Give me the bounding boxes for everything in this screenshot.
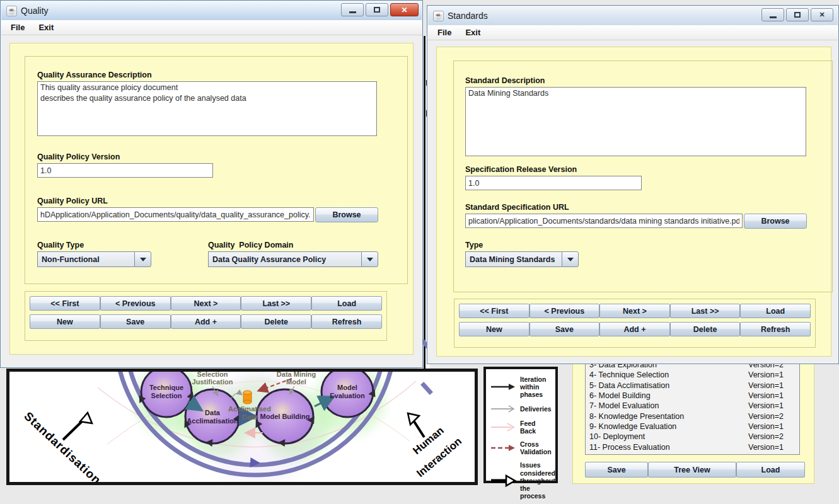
standard-description-field[interactable]: Data Mining Standards [465,87,806,156]
maximize-button[interactable] [366,3,388,16]
delete-button[interactable]: Delete [670,322,741,336]
svg-text:Evaluation: Evaluation [330,392,365,399]
quality-policy-domain-combobox-value: Data Quality Assurance Policy [208,251,361,267]
legend-item-iteration: Iteration within phases [490,375,553,398]
quality-policy-domain-combobox[interactable]: Data Quality Assurance Policy [208,251,378,267]
type-combobox-value: Data Mining Standards [465,251,562,267]
delete-button[interactable]: Delete [241,314,311,329]
spec-url-field[interactable] [465,214,743,228]
list-item[interactable]: 8- Knowledge Presentation Version=2 [586,411,799,421]
maximize-button[interactable] [786,8,809,21]
legend-label: Cross Validation [520,440,553,455]
cross-validation-arrow-icon [490,443,518,453]
svg-text:Selection: Selection [197,372,228,378]
phase-name: 6- Model Building [589,391,651,400]
quality-type-combobox-value: Non-Functional [37,251,134,267]
background-frame-edge [424,36,425,369]
quality-policy-version-label: Quality Policy Version [37,152,120,161]
quality-policy-url-label: Quality Policy URL [37,197,108,205]
type-combobox[interactable]: Data Mining Standards [465,251,579,267]
phase-name: 4- Technique Selection [589,370,669,379]
list-item[interactable]: 4- Technique Selection Version=1 [586,370,799,380]
svg-text:Acclimatised: Acclimatised [228,405,271,413]
menu-file[interactable]: File [432,26,457,38]
svg-text:Technique: Technique [149,384,183,391]
window-title: Standards [448,11,488,21]
new-button[interactable]: New [459,322,529,336]
svg-text:Model: Model [286,378,306,386]
list-item[interactable]: 10- Deployment Version=2 [586,432,799,442]
next-button[interactable]: Next > [171,296,241,311]
list-item[interactable]: 9- Knowledge Evaluation Version=1 [586,421,799,432]
add-button[interactable]: Add + [599,322,670,336]
menu-exit[interactable]: Exit [460,26,486,38]
svg-text:Data: Data [205,409,221,416]
legend-label: Feed Back [520,420,553,435]
refresh-button[interactable]: Refresh [311,314,382,329]
phase-name: 8- Knowledge Presentation [589,412,684,421]
spec-url-label: Standard Specification URL [465,203,569,212]
quality-policy-version-field[interactable] [37,163,213,178]
first-button[interactable]: << First [459,304,529,318]
close-button[interactable]: ✕ [811,8,833,21]
previous-button[interactable]: < Previous [100,296,171,311]
chevron-down-icon[interactable] [562,251,579,267]
menu-file[interactable]: File [5,21,30,33]
spec-release-version-field[interactable] [465,176,642,190]
list-item[interactable]: 6- Model Building Version=1 [586,391,799,401]
minimize-button[interactable] [341,3,364,16]
browse-button[interactable]: Browse [744,214,807,229]
legend-item-deliveries: Deliveries [490,404,553,414]
first-button[interactable]: << First [30,296,100,311]
menu-exit[interactable]: Exit [33,21,59,33]
close-button[interactable]: ✕ [390,3,419,16]
svg-text:Justification: Justification [192,378,233,386]
phase-version: Version=1 [748,443,784,452]
type-label: Type [465,241,483,249]
load-button-bg[interactable]: Load [736,462,805,478]
last-button[interactable]: Last >> [241,296,311,311]
svg-text:Model Building: Model Building [260,413,310,420]
qa-description-label: Quality Assurance Description [37,71,152,79]
next-button[interactable]: Next > [599,304,670,318]
previous-button[interactable]: < Previous [529,304,600,318]
load-button[interactable]: Load [740,304,811,318]
phase-version: Version=1 [748,381,784,390]
quality-type-combobox[interactable]: Non-Functional [37,251,151,267]
phase-name: 5- Data Acclimatisation [589,381,669,390]
minimize-button[interactable] [761,8,784,21]
add-button[interactable]: Add + [171,314,241,329]
save-button[interactable]: Save [100,314,171,329]
last-button[interactable]: Last >> [670,304,741,318]
chevron-down-icon[interactable] [361,251,378,267]
save-button[interactable]: Save [529,322,600,336]
save-button-bg[interactable]: Save [585,462,648,478]
qa-description-field[interactable]: This quality assurance ploicy document d… [37,81,377,136]
standards-window: ☕ Standards ✕ File Exit Standard Descrip… [427,5,839,364]
phase-version: Version=2 [748,432,784,441]
phase-version: Version=1 [748,422,784,431]
iteration-arrow-icon [490,382,518,392]
list-item[interactable]: 11- Process Evaluation Version=1 [586,442,799,452]
list-item[interactable]: 7- Model Evaluation Version=1 [586,401,799,411]
load-button[interactable]: Load [311,296,382,311]
deliveries-arrow-icon [490,404,518,414]
legend-item-issues: Issues considered throughout the process [490,461,553,499]
phase-version: Version=1 [748,391,784,400]
chevron-down-icon[interactable] [134,251,151,267]
java-icon: ☕ [6,6,17,16]
list-item[interactable]: 5- Data Acclimatisation Version=1 [586,381,799,391]
new-button[interactable]: New [30,314,100,329]
issues-arrow-icon [490,474,518,488]
process-diagram: Technique Selection Data Acclimatisation… [9,372,475,482]
quality-policy-url-field[interactable] [37,207,314,222]
process-diagram-panel: Technique Selection Data Acclimatisation… [6,369,478,485]
browse-button[interactable]: Browse [315,207,378,222]
tree-view-button[interactable]: Tree View [648,462,736,478]
standardisation-arrow [63,413,92,440]
quality-policy-domain-label: Quality Policy Domain [208,241,293,249]
quality-window: ☕ Quality ✕ File Exit Quality Assurance … [0,0,423,368]
refresh-button[interactable]: Refresh [740,322,811,336]
acclimatised-data-cylinder [243,391,252,404]
svg-text:Data Mining: Data Mining [277,372,316,378]
